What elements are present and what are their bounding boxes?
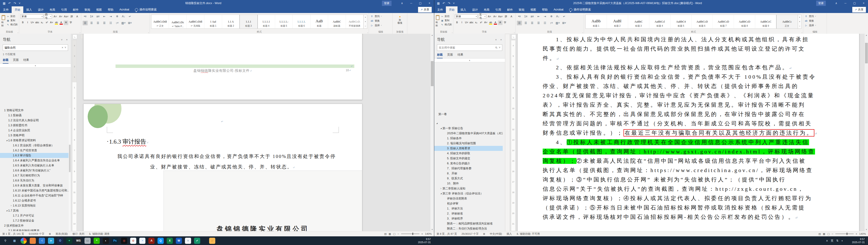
clipboard-button[interactable]: ✎格式刷 <box>7 23 18 26</box>
clipboard-button[interactable]: ✂剪切 <box>7 15 18 18</box>
ribbon-tab[interactable]: Acrobat <box>117 6 132 13</box>
paragraph-align-button[interactable]: ☰ <box>102 21 107 25</box>
nav-heading-item[interactable]: 1.5 资格声明 <box>0 133 68 138</box>
tell-me-search[interactable]: 操作说明搜索 <box>132 6 159 13</box>
font-format-button[interactable]: x₂ <box>474 21 478 25</box>
font-format-button[interactable]: ab <box>54 21 59 25</box>
minimize-button[interactable]: ─ <box>841 0 850 6</box>
nav-heading-item[interactable]: 6. 发布公告的媒介 <box>434 161 503 166</box>
document-page-2[interactable]: ↵ ▪1.6.3 审计报告↵ 我公司承诺具有良好的银行资信和企业信誉，资产负债率… <box>83 104 362 231</box>
style-entry[interactable]: 1 AaI标题 1 <box>204 15 222 29</box>
editing-button[interactable]: ab替换 <box>370 19 391 23</box>
dialog-launcher-icon[interactable]: ⌟ <box>514 31 515 33</box>
nav-tab[interactable]: 标题 <box>3 58 8 64</box>
share-button[interactable]: ↗共享 <box>852 7 866 12</box>
clipboard-button[interactable]: ✂剪切 <box>441 15 452 18</box>
font-format-button[interactable]: A <box>64 21 68 25</box>
paragraph-tool-button[interactable]: ↵ <box>562 14 567 19</box>
font-format-button[interactable]: 字 <box>503 21 507 25</box>
ribbon-tab[interactable]: 插入 <box>458 6 469 13</box>
nav-heading-item[interactable]: 1.6.12 合规承诺书 <box>0 198 68 203</box>
styles-gallery-scroll[interactable]: ▴▾▿ <box>364 14 367 29</box>
taskbar-app-icon[interactable]: W <box>176 238 182 244</box>
taskbar-app-icon[interactable]: ✿ <box>130 238 136 244</box>
ribbon-tab[interactable]: Acrobat <box>551 6 566 13</box>
editing-button[interactable]: ab替换 <box>805 19 825 23</box>
document-scrollbar[interactable]: ▲▼ <box>430 34 434 231</box>
nav-scroll-top-button[interactable]: ▲ <box>434 58 505 62</box>
nav-scroll-top-button[interactable]: ▲ <box>0 64 71 67</box>
nav-heading-item[interactable]: 1 资格证明文件 <box>0 108 68 113</box>
taskbar-app-icon[interactable]: ✦ <box>66 238 72 244</box>
taskbar-app-icon[interactable]: ✔ <box>194 238 200 244</box>
font-name-combobox[interactable]: 宋体▾ <box>455 14 477 19</box>
nav-heading-item[interactable]: ◢1.7 其他 <box>0 208 68 213</box>
nav-heading-item[interactable]: 1.3 授权委托书 <box>0 123 68 128</box>
ime-indicator[interactable]: 英 <box>831 239 834 243</box>
font-tool-button[interactable]: Aa˅ <box>64 14 69 19</box>
chevron-down-icon[interactable]: ˅ <box>65 46 66 49</box>
font-format-button[interactable]: B <box>455 21 459 25</box>
nav-tab[interactable]: 页面 <box>13 58 19 64</box>
paragraph-tool-button[interactable]: •≡ <box>83 14 88 19</box>
taskbar-app-icon[interactable]: ⚲ <box>2 238 8 244</box>
tab-stop-selector[interactable]: ∟ <box>512 34 516 39</box>
nav-heading-item[interactable]: 3、评标程序 <box>434 216 503 221</box>
nav-heading-item[interactable]: ◢1.6 资格要求证明资料 <box>0 138 68 143</box>
taskbar-app-icon[interactable]: ➤ <box>48 238 54 244</box>
style-entry[interactable]: AaBbCcD标题 8 <box>734 15 755 29</box>
paragraph-tool-button[interactable]: ✲ <box>549 14 554 19</box>
paragraph-tool-button[interactable]: ⇥ <box>108 14 113 19</box>
font-format-button[interactable]: I <box>460 21 464 25</box>
minimize-button[interactable]: ─ <box>407 0 416 6</box>
font-format-button[interactable]: x² <box>44 21 49 25</box>
vertical-ruler[interactable]: 43211234567891011121314 <box>72 40 77 231</box>
nav-heading-item[interactable]: 1. 招标条件 <box>434 136 503 141</box>
font-name-combobox[interactable]: 宋体▾ <box>21 14 43 19</box>
tray-chevron-icon[interactable]: ∧ <box>826 239 828 242</box>
ribbon-tab[interactable]: 引用 <box>492 6 504 13</box>
nav-heading-item[interactable]: 1.6.2 生产经营资质 <box>0 148 68 153</box>
qat-icon[interactable]: ↶ <box>442 2 445 5</box>
zoom-out-button[interactable]: − <box>832 233 833 235</box>
expand-icon[interactable]: ◢ <box>5 138 8 143</box>
language-indicator[interactable]: 中文(中国) <box>490 232 502 236</box>
taskbar-clock[interactable]: 9:572025-07-31 <box>852 238 865 244</box>
nav-heading-item[interactable]: ◢第三章 评标办法（综合评估法） <box>434 191 503 196</box>
font-size-combobox[interactable]: 五号▾ <box>478 14 486 19</box>
ribbon-tab[interactable]: 开始 <box>446 6 458 13</box>
nav-heading-item[interactable]: 1.6.5 未被列入失信被执行人名单 <box>0 163 68 168</box>
proofing-icon[interactable]: ≣ <box>483 232 485 236</box>
editing-button[interactable]: ⚲查找˅ <box>370 14 391 18</box>
document-page-1[interactable]: ↵ 盘锦锦德隆实业有限公司-投标文件↵ 10↵ <box>83 34 362 100</box>
taskbar-app-icon[interactable]: Ps <box>112 238 118 244</box>
font-format-button[interactable]: B <box>21 21 25 25</box>
editing-button[interactable]: ⚲查找˅ <box>805 14 825 18</box>
nav-heading-item[interactable]: ◢第一章 招标公告 <box>434 126 503 131</box>
qat-icon[interactable]: ↶ <box>8 2 11 5</box>
document-scrollbar[interactable]: ▲▼ <box>864 34 868 231</box>
taskbar-app-icon[interactable]: ◐ <box>103 238 109 244</box>
paragraph-tool-button[interactable]: A↓ <box>555 14 560 19</box>
taskbar-app-icon[interactable]: A <box>148 238 155 244</box>
word-count[interactable]: 25/30317 个字 <box>461 232 478 236</box>
paragraph-align-button[interactable]: ☷ <box>542 21 548 25</box>
tab-stop-selector[interactable]: ∟ <box>72 34 77 39</box>
view-mode-button[interactable]: ▢ <box>827 233 830 236</box>
qat-icon[interactable]: ▦ <box>437 2 440 5</box>
view-mode-button[interactable]: ▦ <box>823 233 825 236</box>
nav-heading-item[interactable]: 1、评标方法 <box>434 206 503 211</box>
paste-button[interactable]: 粘贴 <box>436 14 440 30</box>
nav-heading-item[interactable]: 5. 投标文件的递交 <box>434 156 503 161</box>
style-entry[interactable]: AaBbC副标题 <box>328 15 346 29</box>
nav-close-icon[interactable]: × <box>66 38 68 41</box>
paragraph-align-button[interactable]: ↕˅ <box>549 21 554 25</box>
clear-search-icon[interactable]: × <box>62 46 63 49</box>
style-entry[interactable]: AaBb标题 1 <box>586 15 607 29</box>
signin-button[interactable]: 登录 <box>382 1 392 6</box>
clipboard-button[interactable]: ▣复制 <box>7 19 18 22</box>
nav-heading-item[interactable]: 1.6.4 未被列入严重违法失信企业名单 <box>0 158 68 163</box>
font-size-combobox[interactable]: 四号▾ <box>44 14 52 19</box>
vertical-ruler[interactable]: 456789101112131415161718192021 <box>511 40 516 231</box>
nav-heading-item[interactable]: 1.7.2 投标保证金 <box>0 218 68 223</box>
